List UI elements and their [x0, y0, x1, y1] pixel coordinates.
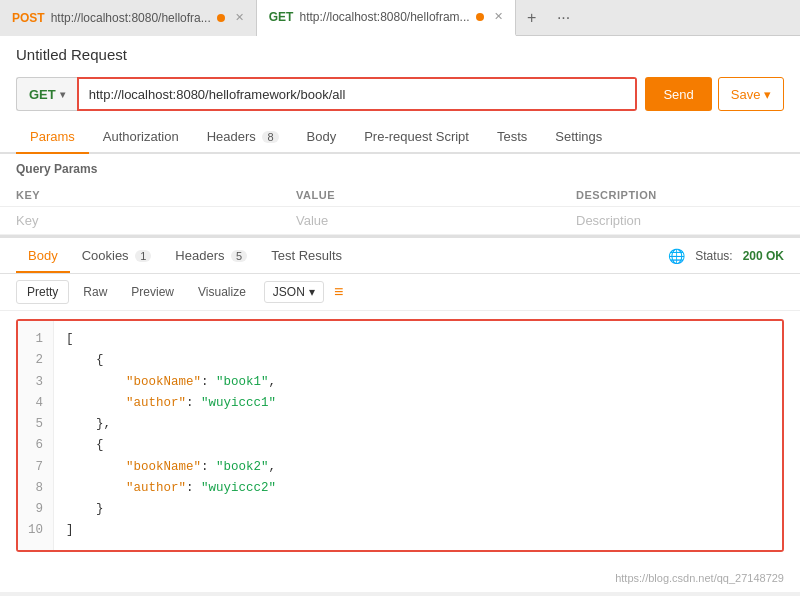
tab-get[interactable]: GET http://localhost:8080/hellofram... ✕ — [257, 0, 516, 36]
tab-get-url: http://localhost:8080/hellofram... — [299, 10, 469, 24]
tab-get-close[interactable]: ✕ — [494, 10, 503, 23]
code-line-6: { — [66, 435, 770, 456]
code-line-1: [ — [66, 329, 770, 350]
tab-headers[interactable]: Headers 8 — [193, 121, 293, 154]
tab-tests[interactable]: Tests — [483, 121, 541, 154]
params-table: KEY VALUE DESCRIPTION Key Value Descript… — [0, 184, 800, 235]
method-label: GET — [29, 87, 56, 102]
tab-get-method: GET — [269, 10, 294, 24]
tab-params[interactable]: Params — [16, 121, 89, 154]
tab-post-method: POST — [12, 11, 45, 25]
tab-bar: POST http://localhost:8080/hellofra... ✕… — [0, 0, 800, 36]
tab-post-close[interactable]: ✕ — [235, 11, 244, 24]
url-input[interactable] — [79, 79, 636, 109]
tab-authorization[interactable]: Authorization — [89, 121, 193, 154]
params-value-cell[interactable]: Value — [280, 207, 560, 235]
col-header-key: KEY — [0, 184, 280, 207]
format-select[interactable]: JSON ▾ — [264, 281, 324, 303]
request-nav-tabs: Params Authorization Headers 8 Body Pre-… — [0, 121, 800, 154]
new-tab-button[interactable]: + — [516, 0, 548, 36]
params-placeholder-row: Key Value Description — [0, 207, 800, 235]
code-content: [ { "bookName": "book1", "author": "wuyi… — [54, 321, 782, 550]
tab-post-dot — [217, 14, 225, 22]
view-preview-button[interactable]: Preview — [121, 281, 184, 303]
method-chevron: ▾ — [60, 89, 65, 100]
tab-post-url: http://localhost:8080/hellofra... — [51, 11, 211, 25]
format-chevron: ▾ — [309, 285, 315, 299]
code-block: 1 2 3 4 5 6 7 8 9 10 [ { "bookName": "bo… — [18, 321, 782, 550]
tab-get-dot — [476, 13, 484, 21]
view-pretty-button[interactable]: Pretty — [16, 280, 69, 304]
code-block-wrapper: 1 2 3 4 5 6 7 8 9 10 [ { "bookName": "bo… — [16, 319, 784, 552]
code-line-5: }, — [66, 414, 770, 435]
code-line-2: { — [66, 350, 770, 371]
code-line-3: "bookName": "book1", — [66, 372, 770, 393]
code-line-4: "author": "wuyiccc1" — [66, 393, 770, 414]
col-header-value: VALUE — [280, 184, 560, 207]
main-content: Untitled Request GET ▾ Send Save ▾ Param… — [0, 36, 800, 592]
code-line-10: ] — [66, 520, 770, 541]
params-desc-cell[interactable]: Description — [560, 207, 800, 235]
wrap-icon[interactable]: ≡ — [334, 283, 343, 301]
code-line-8: "author": "wuyiccc2" — [66, 478, 770, 499]
send-button[interactable]: Send — [645, 77, 711, 111]
query-params-title: Query Params — [0, 154, 800, 184]
globe-icon: 🌐 — [668, 248, 685, 264]
col-header-desc: DESCRIPTION — [560, 184, 800, 207]
response-tab-headers[interactable]: Headers 5 — [163, 240, 259, 273]
code-line-7: "bookName": "book2", — [66, 457, 770, 478]
response-tab-test-results[interactable]: Test Results — [259, 240, 354, 273]
tab-body[interactable]: Body — [293, 121, 351, 154]
tab-pre-request[interactable]: Pre-request Script — [350, 121, 483, 154]
tab-post[interactable]: POST http://localhost:8080/hellofra... ✕ — [0, 0, 257, 36]
watermark: https://blog.csdn.net/qq_27148729 — [0, 568, 800, 592]
response-tab-body[interactable]: Body — [16, 240, 70, 273]
view-raw-button[interactable]: Raw — [73, 281, 117, 303]
response-nav: Body Cookies 1 Headers 5 Test Results 🌐 … — [0, 238, 800, 274]
url-input-wrapper — [77, 77, 638, 111]
code-line-9: } — [66, 499, 770, 520]
status-label: Status: — [695, 249, 732, 263]
params-key-cell[interactable]: Key — [0, 207, 280, 235]
save-button[interactable]: Save ▾ — [718, 77, 784, 111]
response-toolbar: Pretty Raw Preview Visualize JSON ▾ ≡ — [0, 274, 800, 311]
status-value: 200 OK — [743, 249, 784, 263]
url-bar: GET ▾ Send Save ▾ — [0, 71, 800, 121]
request-title: Untitled Request — [0, 36, 800, 71]
line-numbers: 1 2 3 4 5 6 7 8 9 10 — [18, 321, 54, 550]
method-select[interactable]: GET ▾ — [16, 77, 77, 111]
response-status: 🌐 Status: 200 OK — [668, 248, 784, 264]
view-visualize-button[interactable]: Visualize — [188, 281, 256, 303]
more-tabs-button[interactable]: ··· — [548, 0, 580, 36]
tab-settings[interactable]: Settings — [541, 121, 616, 154]
response-section: Body Cookies 1 Headers 5 Test Results 🌐 … — [0, 235, 800, 592]
response-tab-cookies[interactable]: Cookies 1 — [70, 240, 164, 273]
